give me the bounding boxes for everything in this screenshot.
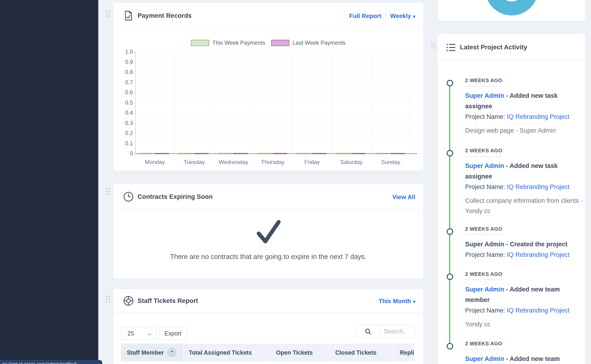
gridline-v xyxy=(371,52,371,153)
y-axis-label: 0.9 xyxy=(114,59,133,65)
entry-timestamp-label: 2 WEEKS AGO xyxy=(465,271,502,280)
project-link[interactable]: IQ Rebranding Project xyxy=(507,183,570,190)
full-report-link[interactable]: Full Report xyxy=(349,13,381,20)
entry-timestamp-label: 2 WEEKS AGO xyxy=(465,341,502,350)
entry-timestamp: 2 WEEKS AGO xyxy=(465,78,583,86)
x-axis-label: Wednesday xyxy=(214,159,253,165)
y-axis-line xyxy=(135,52,136,155)
timeline-dot xyxy=(447,228,453,235)
actor-link[interactable]: Super Admin xyxy=(465,286,504,293)
gridline-v xyxy=(253,52,253,153)
actor-link[interactable]: Super Admin xyxy=(465,355,504,362)
y-axis-tick xyxy=(133,113,135,113)
view-all-link[interactable]: View All xyxy=(392,194,415,201)
activity-entry: 2 WEEKS AGOSuper Admin - Added new task … xyxy=(465,148,583,216)
drag-handle-contracts[interactable] xyxy=(106,188,111,196)
gridline-v xyxy=(332,52,332,153)
y-axis-label: 0.4 xyxy=(114,110,133,116)
staff-tickets-title: Staff Tickets Report xyxy=(137,297,198,305)
contracts-empty-message: There are no contracts that are going to… xyxy=(113,253,423,260)
gridline-h xyxy=(135,82,410,83)
column-header-label: Replied Tickets xyxy=(400,349,414,356)
gridline-v xyxy=(292,52,293,153)
legend-label: This Week Payments xyxy=(212,39,265,46)
bar-last-week[interactable] xyxy=(390,153,405,154)
entry-note: Collect company information from clients… xyxy=(465,195,583,216)
entry-timestamp-label: 2 WEEKS AGO xyxy=(465,148,502,156)
clock-icon xyxy=(123,191,134,202)
y-axis-tick xyxy=(133,123,135,123)
project-link[interactable]: IQ Rebranding Project xyxy=(507,251,570,258)
entry-project-line: Project Name: IQ Rebranding Project xyxy=(465,305,583,316)
y-axis-label: 0.7 xyxy=(114,79,133,86)
column-header-staff-member[interactable]: Staff Member⌃ xyxy=(121,344,183,361)
bar-this-week[interactable] xyxy=(336,153,350,154)
project-link[interactable]: IQ Rebranding Project xyxy=(507,113,570,120)
gridline-h xyxy=(135,52,410,52)
y-axis-tick xyxy=(133,143,135,144)
bar-last-week[interactable] xyxy=(273,153,287,154)
column-header-label: Closed Tickets xyxy=(335,349,377,356)
table-header-row: Staff Member⌃Total Assigned TicketsOpen … xyxy=(121,344,414,361)
y-axis-tick xyxy=(133,153,135,154)
export-button[interactable]: Export xyxy=(159,327,187,340)
legend-swatch xyxy=(191,40,209,46)
entry-project-line: Project Name: IQ Rebranding Project xyxy=(465,112,583,122)
page-size-select[interactable]: 25⌄ xyxy=(121,327,156,340)
x-axis-label: Sunday xyxy=(371,159,410,165)
list-icon xyxy=(446,43,456,52)
entry-project-line: Project Name: IQ Rebranding Project xyxy=(465,182,583,192)
drag-handle-payment-records[interactable] xyxy=(106,10,111,19)
bar-this-week[interactable] xyxy=(257,153,272,154)
actor-link[interactable]: Super Admin xyxy=(465,162,504,169)
bar-last-week[interactable] xyxy=(155,153,169,154)
x-axis-label: Thursday xyxy=(253,159,292,165)
life-ring-icon xyxy=(123,295,134,306)
x-axis-label: Friday xyxy=(292,159,332,165)
payment-chart-plot: 00.10.20.30.40.50.60.70.80.91.0MondayTue… xyxy=(135,52,417,153)
column-header-closed-tickets[interactable]: Closed Tickets xyxy=(329,344,394,361)
column-header-open-tickets[interactable]: Open Tickets xyxy=(270,344,329,361)
drag-handle-staff-tickets[interactable] xyxy=(106,296,111,304)
table-row[interactable] xyxy=(121,361,414,364)
bar-this-week[interactable] xyxy=(179,153,193,154)
project-link[interactable]: IQ Rebranding Project xyxy=(507,307,570,314)
entry-timestamp: 2 WEEKS AGO xyxy=(465,341,583,350)
timeline-rail xyxy=(449,83,450,346)
bar-this-week[interactable] xyxy=(218,153,232,154)
chart-legend: This Week PaymentsLast Week Payments xyxy=(113,39,423,46)
column-header-total-assigned-tickets[interactable]: Total Assigned Tickets xyxy=(183,344,270,361)
search-input[interactable] xyxy=(379,325,415,338)
gridline-h xyxy=(135,113,410,113)
bar-last-week[interactable] xyxy=(312,153,326,154)
bar-last-week[interactable] xyxy=(351,153,366,154)
timeline-dot xyxy=(447,150,453,156)
bar-this-week[interactable] xyxy=(375,153,390,154)
bar-this-week[interactable] xyxy=(296,153,311,154)
entry-timestamp: 2 WEEKS AGO xyxy=(465,148,583,156)
gridline-h xyxy=(135,123,410,123)
x-axis-label: Tuesday xyxy=(175,159,214,165)
y-axis-tick xyxy=(133,133,135,133)
column-header-replied-tickets[interactable]: Replied Tickets xyxy=(394,344,414,361)
timeline-dot xyxy=(447,343,453,350)
y-axis-label: 0.5 xyxy=(114,99,133,106)
y-axis-tick xyxy=(133,92,135,93)
gridline-h xyxy=(135,72,410,72)
gridline-h xyxy=(135,133,410,133)
this-month-dropdown[interactable]: This Month▾ xyxy=(379,298,415,305)
weekly-dropdown[interactable]: Weekly▾ xyxy=(390,13,415,20)
bar-last-week[interactable] xyxy=(233,153,248,154)
entry-project-line: Project Name: IQ Rebranding Project xyxy=(465,250,583,260)
legend-item: This Week Payments xyxy=(191,39,265,46)
actor-link[interactable]: Super Admin xyxy=(465,92,504,99)
bar-this-week[interactable] xyxy=(139,153,154,154)
drag-handle-activity[interactable] xyxy=(431,42,436,51)
search-group xyxy=(357,325,415,338)
status-bar-url: ps://ant-st-ccccs.com/admin/profile/1 xyxy=(0,360,102,364)
gridline-v xyxy=(214,52,214,153)
search-button[interactable] xyxy=(357,325,379,338)
bar-last-week[interactable] xyxy=(194,153,208,154)
staff-tickets-table: Staff Member⌃Total Assigned TicketsOpen … xyxy=(121,344,414,364)
caret-down-icon: ▾ xyxy=(413,14,415,19)
